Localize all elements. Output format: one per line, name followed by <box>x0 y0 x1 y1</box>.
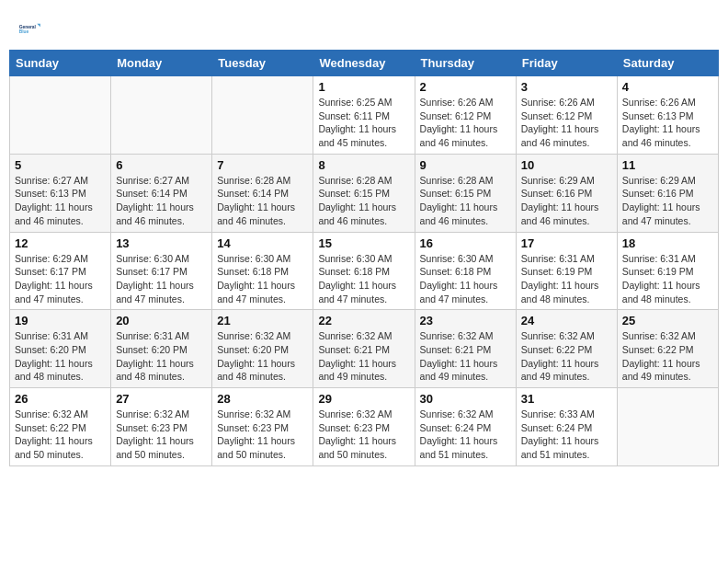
day-info: Sunrise: 6:32 AMSunset: 6:23 PMDaylight:… <box>217 408 308 462</box>
calendar-header-saturday: Saturday <box>617 51 718 76</box>
day-number: 31 <box>521 392 612 406</box>
calendar-week-3: 12Sunrise: 6:29 AMSunset: 6:17 PMDayligh… <box>10 232 719 310</box>
day-info: Sunrise: 6:32 AMSunset: 6:23 PMDaylight:… <box>116 408 207 462</box>
day-number: 20 <box>116 314 207 327</box>
calendar-cell: 22Sunrise: 6:32 AMSunset: 6:21 PMDayligh… <box>313 310 415 388</box>
calendar-cell: 18Sunrise: 6:31 AMSunset: 6:19 PMDayligh… <box>617 232 718 310</box>
calendar-cell: 4Sunrise: 6:26 AMSunset: 6:13 PMDaylight… <box>617 76 718 155</box>
day-number: 25 <box>622 314 713 327</box>
calendar-cell: 1Sunrise: 6:25 AMSunset: 6:11 PMDaylight… <box>313 76 415 155</box>
logo: GeneralBlue <box>18 17 46 42</box>
calendar-cell: 23Sunrise: 6:32 AMSunset: 6:21 PMDayligh… <box>415 310 516 388</box>
calendar-cell: 26Sunrise: 6:32 AMSunset: 6:22 PMDayligh… <box>10 388 111 466</box>
svg-text:General: General <box>19 25 37 29</box>
day-number: 9 <box>420 158 511 172</box>
day-number: 5 <box>15 158 106 172</box>
day-info: Sunrise: 6:31 AMSunset: 6:19 PMDaylight:… <box>521 252 612 306</box>
calendar-week-1: 1Sunrise: 6:25 AMSunset: 6:11 PMDaylight… <box>10 76 719 155</box>
day-info: Sunrise: 6:32 AMSunset: 6:20 PMDaylight:… <box>217 329 308 384</box>
calendar-cell <box>10 76 111 155</box>
day-info: Sunrise: 6:28 AMSunset: 6:14 PMDaylight:… <box>217 174 308 228</box>
day-number: 2 <box>420 80 511 94</box>
calendar-cell: 19Sunrise: 6:31 AMSunset: 6:20 PMDayligh… <box>10 310 111 388</box>
calendar-cell: 7Sunrise: 6:28 AMSunset: 6:14 PMDaylight… <box>212 154 313 232</box>
calendar-week-5: 26Sunrise: 6:32 AMSunset: 6:22 PMDayligh… <box>10 388 719 466</box>
day-info: Sunrise: 6:26 AMSunset: 6:12 PMDaylight:… <box>420 96 511 150</box>
day-number: 30 <box>420 392 511 406</box>
day-number: 1 <box>318 80 409 94</box>
calendar-cell: 21Sunrise: 6:32 AMSunset: 6:20 PMDayligh… <box>212 310 313 388</box>
calendar-cell: 16Sunrise: 6:30 AMSunset: 6:18 PMDayligh… <box>415 232 516 310</box>
day-info: Sunrise: 6:32 AMSunset: 6:24 PMDaylight:… <box>420 408 511 462</box>
day-number: 29 <box>318 392 409 406</box>
day-info: Sunrise: 6:32 AMSunset: 6:23 PMDaylight:… <box>318 408 409 462</box>
day-number: 21 <box>217 314 308 327</box>
calendar-week-4: 19Sunrise: 6:31 AMSunset: 6:20 PMDayligh… <box>10 310 719 388</box>
calendar-cell: 9Sunrise: 6:28 AMSunset: 6:15 PMDaylight… <box>415 154 516 232</box>
day-number: 19 <box>15 314 106 327</box>
calendar-header-friday: Friday <box>516 51 617 76</box>
calendar-body: 1Sunrise: 6:25 AMSunset: 6:11 PMDaylight… <box>10 76 719 466</box>
calendar-header-wednesday: Wednesday <box>313 51 415 76</box>
calendar-table: SundayMondayTuesdayWednesdayThursdayFrid… <box>9 50 719 466</box>
day-info: Sunrise: 6:31 AMSunset: 6:20 PMDaylight:… <box>116 329 207 384</box>
day-info: Sunrise: 6:29 AMSunset: 6:17 PMDaylight:… <box>15 252 106 306</box>
day-info: Sunrise: 6:27 AMSunset: 6:13 PMDaylight:… <box>15 174 106 228</box>
calendar-cell: 15Sunrise: 6:30 AMSunset: 6:18 PMDayligh… <box>313 232 415 310</box>
day-number: 12 <box>15 236 106 250</box>
day-info: Sunrise: 6:30 AMSunset: 6:17 PMDaylight:… <box>116 252 207 306</box>
day-number: 6 <box>116 158 207 172</box>
calendar-cell: 25Sunrise: 6:32 AMSunset: 6:22 PMDayligh… <box>617 310 718 388</box>
calendar-cell <box>111 76 212 155</box>
calendar-cell: 17Sunrise: 6:31 AMSunset: 6:19 PMDayligh… <box>516 232 617 310</box>
svg-marker-2 <box>37 24 40 28</box>
day-number: 17 <box>521 236 612 250</box>
calendar-cell: 13Sunrise: 6:30 AMSunset: 6:17 PMDayligh… <box>111 232 212 310</box>
day-number: 3 <box>521 80 612 94</box>
calendar-cell: 27Sunrise: 6:32 AMSunset: 6:23 PMDayligh… <box>111 388 212 466</box>
day-info: Sunrise: 6:26 AMSunset: 6:12 PMDaylight:… <box>521 96 612 150</box>
day-number: 15 <box>318 236 409 250</box>
day-info: Sunrise: 6:32 AMSunset: 6:21 PMDaylight:… <box>420 329 511 384</box>
calendar-cell: 8Sunrise: 6:28 AMSunset: 6:15 PMDaylight… <box>313 154 415 232</box>
calendar-cell: 30Sunrise: 6:32 AMSunset: 6:24 PMDayligh… <box>415 388 516 466</box>
day-number: 28 <box>217 392 308 406</box>
day-info: Sunrise: 6:31 AMSunset: 6:20 PMDaylight:… <box>15 329 106 384</box>
day-number: 23 <box>420 314 511 327</box>
calendar-cell: 3Sunrise: 6:26 AMSunset: 6:12 PMDaylight… <box>516 76 617 155</box>
day-number: 7 <box>217 158 308 172</box>
day-number: 18 <box>622 236 713 250</box>
calendar-cell: 2Sunrise: 6:26 AMSunset: 6:12 PMDaylight… <box>415 76 516 155</box>
calendar-cell: 28Sunrise: 6:32 AMSunset: 6:23 PMDayligh… <box>212 388 313 466</box>
day-info: Sunrise: 6:30 AMSunset: 6:18 PMDaylight:… <box>318 252 409 306</box>
day-number: 13 <box>116 236 207 250</box>
calendar-cell: 12Sunrise: 6:29 AMSunset: 6:17 PMDayligh… <box>10 232 111 310</box>
day-number: 11 <box>622 158 713 172</box>
day-info: Sunrise: 6:32 AMSunset: 6:22 PMDaylight:… <box>622 329 713 384</box>
day-number: 22 <box>318 314 409 327</box>
calendar-cell: 31Sunrise: 6:33 AMSunset: 6:24 PMDayligh… <box>516 388 617 466</box>
calendar-header-monday: Monday <box>111 51 212 76</box>
day-number: 10 <box>521 158 612 172</box>
day-info: Sunrise: 6:31 AMSunset: 6:19 PMDaylight:… <box>622 252 713 306</box>
calendar-header-row: SundayMondayTuesdayWednesdayThursdayFrid… <box>10 51 719 76</box>
svg-text:Blue: Blue <box>19 29 29 34</box>
calendar-cell: 29Sunrise: 6:32 AMSunset: 6:23 PMDayligh… <box>313 388 415 466</box>
day-info: Sunrise: 6:29 AMSunset: 6:16 PMDaylight:… <box>521 174 612 228</box>
page-header: GeneralBlue <box>9 9 719 46</box>
day-number: 14 <box>217 236 308 250</box>
day-info: Sunrise: 6:30 AMSunset: 6:18 PMDaylight:… <box>217 252 308 306</box>
calendar-cell <box>617 388 718 466</box>
calendar-header-sunday: Sunday <box>10 51 111 76</box>
day-number: 26 <box>15 392 106 406</box>
day-info: Sunrise: 6:33 AMSunset: 6:24 PMDaylight:… <box>521 408 612 462</box>
calendar-cell <box>212 76 313 155</box>
day-info: Sunrise: 6:26 AMSunset: 6:13 PMDaylight:… <box>622 96 713 150</box>
day-info: Sunrise: 6:32 AMSunset: 6:21 PMDaylight:… <box>318 329 409 384</box>
calendar-header-tuesday: Tuesday <box>212 51 313 76</box>
day-number: 8 <box>318 158 409 172</box>
calendar-cell: 20Sunrise: 6:31 AMSunset: 6:20 PMDayligh… <box>111 310 212 388</box>
calendar-header-thursday: Thursday <box>415 51 516 76</box>
day-info: Sunrise: 6:27 AMSunset: 6:14 PMDaylight:… <box>116 174 207 228</box>
day-number: 16 <box>420 236 511 250</box>
